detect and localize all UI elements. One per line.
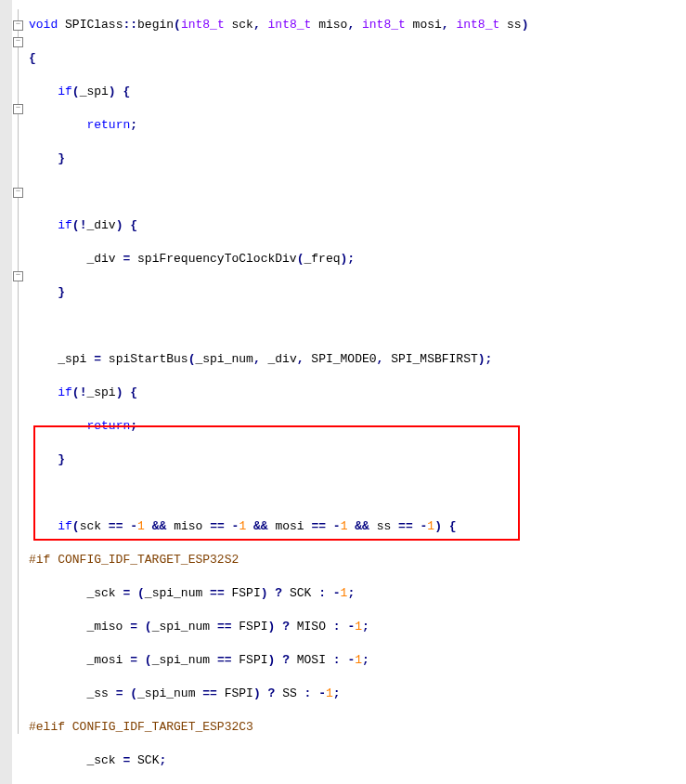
code-line[interactable]: if(!_spi) { xyxy=(29,385,686,401)
fold-marker[interactable]: − xyxy=(13,20,23,31)
code-line[interactable]: _ss = (_spi_num == FSPI) ? SS : -1; xyxy=(29,686,686,702)
code-line[interactable]: { xyxy=(29,50,686,67)
code-line[interactable]: #if CONFIG_IDF_TARGET_ESP32S2 xyxy=(29,552,686,568)
code-area[interactable]: void SPIClass::begin(int8_t sck, int8_t … xyxy=(25,0,686,784)
fold-column: − − − − − xyxy=(12,0,25,784)
gutter xyxy=(0,0,12,784)
code-line[interactable] xyxy=(29,318,686,334)
fold-marker[interactable]: − xyxy=(13,37,23,47)
code-line[interactable]: _sck = SCK; xyxy=(29,752,686,769)
code-line[interactable]: if(sck == -1 && miso == -1 && mosi == -1… xyxy=(29,518,686,535)
code-line[interactable]: if(_spi) { xyxy=(29,84,686,100)
code-line[interactable]: _spi = spiStartBus(_spi_num, _div, SPI_M… xyxy=(29,351,686,368)
code-line[interactable]: if(!_div) { xyxy=(29,217,686,234)
fold-marker[interactable]: − xyxy=(13,104,23,114)
code-line[interactable]: _miso = (_spi_num == FSPI) ? MISO : -1; xyxy=(29,619,686,635)
code-line[interactable]: return; xyxy=(29,117,686,134)
code-line[interactable]: } xyxy=(29,451,686,468)
code-line[interactable] xyxy=(29,184,686,201)
code-line[interactable]: void SPIClass::begin(int8_t sck, int8_t … xyxy=(29,17,686,33)
code-line[interactable]: _mosi = (_spi_num == FSPI) ? MOSI : -1; xyxy=(29,652,686,669)
code-line[interactable]: } xyxy=(29,284,686,301)
fold-marker[interactable]: − xyxy=(13,188,23,198)
code-line[interactable]: _div = spiFrequencyToClockDiv(_freq); xyxy=(29,251,686,268)
code-line[interactable]: } xyxy=(29,150,686,167)
code-line[interactable]: #elif CONFIG_IDF_TARGET_ESP32C3 xyxy=(29,719,686,736)
code-line[interactable] xyxy=(29,485,686,502)
code-line[interactable]: return; xyxy=(29,418,686,435)
code-editor[interactable]: − − − − − void SPIClass::begin(int8_t sc… xyxy=(0,0,686,784)
code-line[interactable]: _sck = (_spi_num == FSPI) ? SCK : -1; xyxy=(29,585,686,602)
fold-marker[interactable]: − xyxy=(13,271,23,281)
